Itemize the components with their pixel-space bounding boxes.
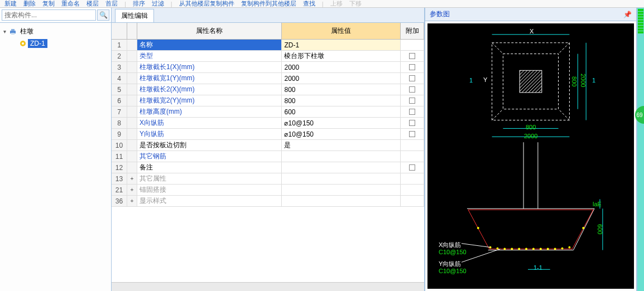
- pin-icon[interactable]: 📌: [623, 11, 632, 18]
- svg-point-31: [582, 227, 584, 229]
- property-row[interactable]: 36+显示样式: [112, 196, 424, 207]
- property-row[interactable]: 7柱墩高度(mm)600: [112, 106, 424, 118]
- hdr-name: 属性名称: [137, 23, 282, 39]
- svg-rect-11: [520, 70, 542, 93]
- dim-one-left: 1: [469, 77, 473, 84]
- checkbox[interactable]: [409, 164, 415, 171]
- svg-point-21: [503, 248, 506, 250]
- x-rebar-value: C10@150: [439, 249, 467, 255]
- property-row[interactable]: 9Y向纵筋⌀10@150: [112, 129, 424, 140]
- svg-point-20: [497, 248, 499, 250]
- gear-icon: [19, 40, 27, 47]
- dim-x-label: X: [530, 28, 534, 35]
- dim-y-label: Y: [483, 76, 487, 83]
- tb-filter[interactable]: 过滤: [152, 0, 164, 8]
- x-rebar-label: X向纵筋: [439, 241, 461, 249]
- section-label: 1-1: [534, 264, 542, 271]
- svg-point-24: [525, 248, 527, 250]
- svg-line-9: [492, 109, 503, 120]
- dim-h1: 2000: [580, 74, 587, 87]
- checkbox[interactable]: [409, 131, 415, 137]
- svg-point-27: [547, 248, 549, 250]
- checkbox[interactable]: [409, 53, 415, 59]
- property-row[interactable]: 5柱墩截长2(X)(mm)800: [112, 84, 424, 95]
- tb-copy[interactable]: 复制: [42, 0, 55, 8]
- svg-point-26: [540, 248, 542, 250]
- svg-point-22: [511, 248, 513, 250]
- svg-line-36: [462, 244, 491, 248]
- property-row[interactable]: 13+其它属性: [112, 173, 424, 185]
- search-icon: 🔍: [99, 11, 108, 19]
- tb-new[interactable]: 新建: [4, 0, 17, 8]
- search-input[interactable]: [2, 9, 96, 21]
- property-row[interactable]: 11其它钢筋: [112, 151, 424, 162]
- checkbox[interactable]: [409, 109, 415, 115]
- checkbox[interactable]: [409, 75, 415, 81]
- svg-point-29: [561, 248, 564, 250]
- tb-copyfrom[interactable]: 从其他楼层复制构件: [179, 0, 234, 8]
- svg-point-23: [518, 248, 520, 250]
- right-indicator-strip: [637, 8, 644, 291]
- svg-line-10: [559, 109, 570, 120]
- hdr-extra: 附加: [401, 23, 424, 39]
- svg-line-7: [492, 43, 503, 54]
- dim-w1: 2000: [524, 133, 537, 139]
- left-panel: 🔍 ▾ 柱墩 ZD-1: [0, 8, 112, 291]
- property-row[interactable]: 1名称ZD-1: [112, 40, 424, 51]
- printer-icon: [9, 28, 17, 36]
- property-row[interactable]: 6柱墩截宽2(Y)(mm)800: [112, 95, 424, 106]
- tab-properties[interactable]: 属性编辑: [115, 9, 154, 22]
- property-row[interactable]: 21+锚固搭接: [112, 185, 424, 196]
- checkbox[interactable]: [409, 64, 415, 70]
- checkbox[interactable]: [409, 120, 415, 126]
- dim-height: 600: [597, 224, 603, 234]
- property-row[interactable]: 4柱墩截宽1(Y)(mm)2000: [112, 73, 424, 84]
- tb-first[interactable]: 首层: [105, 0, 118, 8]
- svg-point-32: [477, 227, 479, 229]
- svg-point-28: [554, 248, 556, 250]
- tb-rename[interactable]: 重命名: [61, 0, 80, 8]
- dim-lae: laE: [593, 201, 602, 207]
- y-rebar-value: C10@150: [439, 268, 467, 274]
- tree-root-label[interactable]: 柱墩: [18, 26, 36, 37]
- property-grid[interactable]: 1名称ZD-12类型棱台形下柱墩3柱墩截长1(X)(mm)20004柱墩截宽1(…: [112, 40, 424, 282]
- svg-line-8: [559, 43, 570, 54]
- horizontal-scrollbar[interactable]: [112, 282, 424, 291]
- hdr-value: 属性值: [282, 23, 401, 39]
- tb-del[interactable]: 删除: [23, 0, 36, 8]
- top-toolbar: 新建 删除 复制 重命名 楼层 首层 | 排序 过滤 | 从其他楼层复制构件 复…: [0, 0, 644, 8]
- svg-line-37: [462, 249, 500, 263]
- param-diagram-title: 参数图: [430, 9, 450, 19]
- cad-viewport[interactable]: X Y 1 1 800 2000 800 2000 X向纵筋 C10@150 Y…: [427, 23, 634, 289]
- svg-point-25: [532, 248, 535, 250]
- checkbox[interactable]: [409, 86, 415, 93]
- property-row[interactable]: 8X向纵筋⌀10@150: [112, 118, 424, 129]
- svg-point-30: [568, 246, 570, 249]
- checkbox[interactable]: [409, 98, 415, 104]
- tb-sort[interactable]: 排序: [133, 0, 145, 8]
- dim-w2: 800: [526, 124, 536, 130]
- property-row[interactable]: 10是否按板边切割是: [112, 140, 424, 151]
- svg-rect-2: [11, 33, 15, 35]
- tb-find[interactable]: 查找: [303, 0, 315, 8]
- tb-up[interactable]: 上移: [330, 0, 343, 8]
- right-panel: 参数图 📌: [425, 8, 637, 291]
- svg-rect-1: [11, 29, 15, 31]
- property-row[interactable]: 3柱墩截长1(X)(mm)2000: [112, 62, 424, 73]
- svg-point-4: [22, 42, 24, 45]
- dim-one-right: 1: [592, 77, 595, 84]
- y-rebar-label: Y向纵筋: [439, 260, 461, 268]
- center-panel: 属性编辑 属性名称 属性值 附加 1名称ZD-12类型棱台形下柱墩3柱墩截长1(…: [112, 8, 425, 291]
- tb-floor[interactable]: 楼层: [86, 0, 99, 8]
- property-row[interactable]: 12备注: [112, 162, 424, 173]
- property-row[interactable]: 2类型棱台形下柱墩: [112, 51, 424, 62]
- search-button[interactable]: 🔍: [97, 9, 109, 21]
- tb-down[interactable]: 下移: [349, 0, 362, 8]
- tree-item-zd1[interactable]: ZD-1: [28, 39, 47, 48]
- tree-collapse-icon[interactable]: ▾: [1, 28, 8, 35]
- component-tree[interactable]: ▾ 柱墩 ZD-1: [0, 23, 111, 291]
- grid-header: 属性名称 属性值 附加: [112, 23, 424, 40]
- dim-h2: 800: [571, 76, 578, 86]
- tb-copyto[interactable]: 复制构件到其他楼层: [241, 0, 296, 8]
